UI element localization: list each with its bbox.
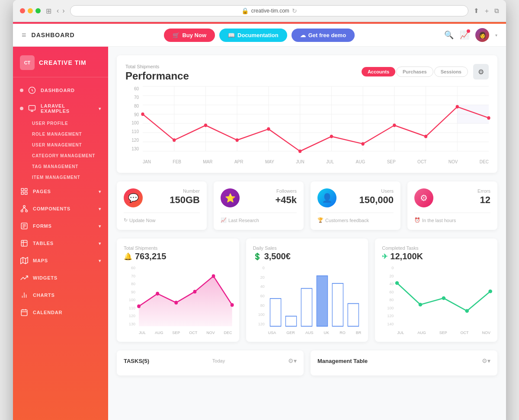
sales-chart: 120 100 80 60 40 20 0 [253,266,362,335]
close-dot[interactable] [20,8,25,13]
tab-sessions[interactable]: Sessions [434,67,468,77]
svg-rect-69 [332,283,343,326]
user-dropdown-arrow[interactable]: ▾ [495,33,497,38]
stat-card-errors: ⚙ Errors 12 ⏰ In the last hours [407,181,497,230]
trophy-icon: 🏆 [317,217,324,223]
sidebar-item-widgets[interactable]: WIDGETS [13,269,108,286]
shipments-y-axis: 130 120 110 100 90 80 70 60 [124,266,137,326]
tasks-title: TASKS(5) [124,358,149,364]
sidebar-toggle-icon[interactable]: ⧉ [494,7,499,15]
stat-label-number: Number [148,188,200,194]
svg-line-12 [24,207,26,210]
svg-rect-7 [21,192,23,194]
back-button[interactable]: ‹ [57,7,59,15]
svg-point-62 [193,290,196,294]
stat-label-followers: Followers [245,188,297,194]
forms-arrow: ▾ [99,224,101,229]
minimize-dot[interactable] [28,8,33,13]
sidebar-item-item-management[interactable]: ITEM MANAGEMENT [13,172,108,183]
tables-arrow: ▾ [99,241,101,246]
tasks-header: TASKS(5) Today ⚙▾ [124,357,297,364]
svg-rect-66 [285,316,296,326]
tab-purchases[interactable]: Purchases [396,67,433,77]
sidebar-brand: CT CREATIVE TIM [13,47,108,77]
user-avatar[interactable]: 👩 [475,28,489,42]
share-icon[interactable]: ⬆ [474,7,479,15]
tables-label: TABLES [33,241,54,246]
tasks-x-axis: JUL AUG SEP OCT NOV [397,331,490,335]
stat-label-users: Users [342,188,394,194]
chart-card-sales: Daily Sales 💲 3,500€ 120 100 80 60 40 20 [246,239,368,342]
svg-point-57 [487,116,490,120]
stat-footer-errors: ⏰ In the last hours [414,213,490,223]
svg-point-54 [393,124,396,127]
management-title: Management Table [317,358,368,364]
svg-point-71 [395,281,399,285]
tables-icon [20,239,29,248]
performance-chart-area [143,86,489,151]
stat-card-inner-followers: ⭐ Followers +45k [221,188,297,207]
sidebar-item-tables[interactable]: TABLES ▾ [13,235,108,252]
performance-subtitle: Total Shipments [125,64,189,69]
activity-icon[interactable]: 📈 [460,30,469,40]
performance-tabs: Accounts Purchases Sessions [362,67,468,77]
performance-title: Performance [125,70,189,82]
calendar-icon [20,308,29,317]
tab-accounts[interactable]: Accounts [362,67,395,76]
laravel-icon [28,104,36,113]
svg-point-49 [236,138,239,142]
shipments-label: Total Shipments [124,245,232,251]
shipments-chart-area [139,266,232,326]
tasks-date: Today [212,358,225,363]
sidebar-item-category-management[interactable]: CATEGORY MANAGEMENT [13,150,108,161]
sidebar-item-forms[interactable]: FORMS ▾ [13,217,108,235]
url-bar[interactable]: 🔒 creative-tim.com ↻ [70,5,468,16]
performance-chart: 130 120 110 100 90 80 70 60 [125,86,489,164]
brand-icon: CT [20,55,35,70]
refresh-icon[interactable]: ↻ [292,7,297,14]
nav-dot-dashboard [20,89,23,92]
sales-value: 💲 3,500€ [253,251,362,261]
svg-rect-70 [348,304,359,327]
sales-chart-area [268,266,362,326]
performance-settings-button[interactable]: ⚙ [473,64,489,80]
new-tab-icon[interactable]: ＋ [484,7,490,15]
sidebar-item-user-management[interactable]: USER MANAGEMENT [13,140,108,150]
hamburger-menu-icon[interactable]: ≡ [22,31,26,40]
app-title: DASHBOARD [32,32,75,38]
sidebar-item-tag-management[interactable]: TAG MANAGEMENT [13,161,108,172]
svg-rect-68 [317,276,327,326]
tasks-card: TASKS(5) Today ⚙▾ [117,350,304,375]
documentation-button[interactable]: 📖 Documentation [219,29,287,42]
sidebar-item-calendar[interactable]: CALENDAR [13,304,108,321]
search-icon[interactable]: 🔍 [444,30,454,40]
tasks-settings-icon[interactable]: ⚙▾ [288,357,297,364]
browser-actions: ⬆ ＋ ⧉ [474,7,499,15]
docs-icon: 📖 [228,32,235,38]
maximize-dot[interactable] [35,8,41,13]
management-settings-icon[interactable]: ⚙▾ [482,357,490,364]
sidebar-item-role-management[interactable]: ROLE MANAGEMENT [13,129,108,140]
main-content: Total Shipments Performance Accounts Pur… [108,47,506,420]
tasks-icon: ✈ [382,252,388,261]
demo-button[interactable]: ☁ Get free demo [292,29,355,42]
stat-info-errors: Errors 12 [439,188,490,206]
stats-row: 💬 Number 150GB ↻ Update Now ⭐ [117,181,497,230]
sidebar-item-maps[interactable]: MAPS ▾ [13,252,108,269]
sidebar-item-components[interactable]: COMPONENTS ▾ [13,200,108,217]
sidebar-item-laravel[interactable]: LARAVEL EXAMPLES ▾ [13,99,108,118]
sidebar-item-pages[interactable]: PAGES ▾ [13,183,108,200]
svg-point-61 [174,301,178,305]
stat-card-users: 👤 Users 150,000 🏆 Customers feedback [311,181,400,230]
components-arrow: ▾ [99,207,101,211]
svg-point-8 [23,206,26,208]
buy-now-button[interactable]: 🛒 Buy Now [164,29,215,42]
dashboard-label: DASHBOARD [41,88,75,93]
sidebar: CT CREATIVE TIM DASHBOARD [13,47,108,420]
svg-point-50 [267,127,270,131]
sidebar-item-dashboard[interactable]: DASHBOARD [13,82,108,99]
chart-card-tasks: Completed Tasks ✈ 12,100K 140 120 100 80… [375,239,497,342]
sidebar-item-charts[interactable]: CHARTS [13,286,108,304]
forward-button[interactable]: › [62,7,64,15]
sidebar-item-user-profile[interactable]: USER PROFILE [13,118,108,129]
